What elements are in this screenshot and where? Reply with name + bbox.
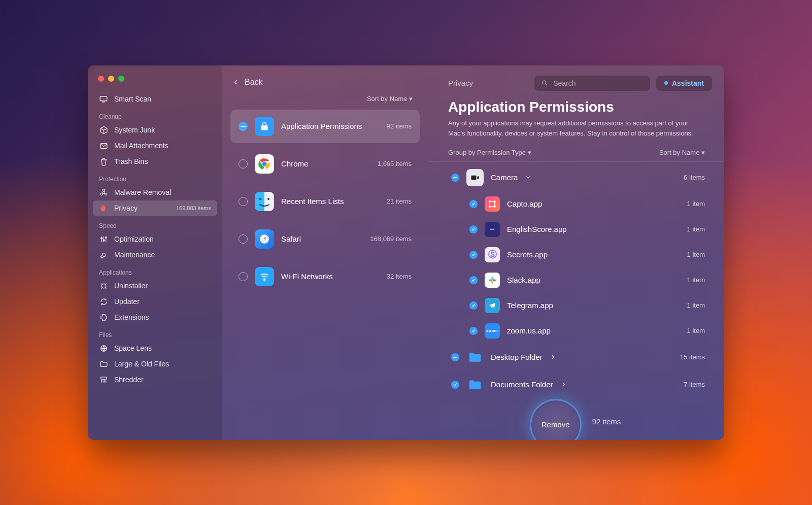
sidebar-malware-removal[interactable]: Malware Removal (93, 185, 217, 200)
checkbox-partial-icon[interactable] (451, 174, 459, 182)
chevron-right-icon[interactable] (550, 354, 561, 360)
item-secrets[interactable]: ⓈSecrets.app1 item (448, 242, 711, 267)
back-button[interactable]: Back (227, 73, 423, 92)
sidebar-optimization[interactable]: Optimization (93, 231, 217, 247)
group-documents-folder[interactable]: Documents Folder 7 items (448, 371, 711, 398)
source-recent-items[interactable]: Recent Items Lists 21 items (230, 185, 420, 218)
app-icon: Ⓢ (485, 247, 500, 262)
item-count: 1 item (687, 301, 705, 309)
sidebar-item-label: Updater (114, 297, 140, 306)
chevron-down-icon[interactable] (525, 174, 536, 181)
checkbox-partial-icon[interactable] (451, 353, 459, 361)
item-count: 1 item (687, 225, 705, 233)
sidebar-section-files: Files (93, 325, 217, 341)
item-telegram[interactable]: Telegram.app1 item (448, 293, 711, 318)
radio-icon[interactable] (239, 159, 248, 169)
svg-rect-22 (492, 281, 493, 284)
back-label: Back (245, 78, 263, 87)
svg-rect-19 (490, 201, 494, 206)
sidebar-maintenance[interactable]: Maintenance (93, 247, 217, 263)
source-label: Application Permissions (281, 122, 362, 130)
svg-point-2 (103, 191, 105, 193)
checkbox-checked-icon[interactable] (469, 200, 478, 208)
item-capto[interactable]: Capto.app1 item (448, 191, 711, 217)
sidebar-space-lens[interactable]: Space Lens (93, 341, 217, 356)
app-icon: ≡≡ (485, 222, 500, 237)
page-title: Application Permissions (448, 99, 704, 115)
radio-icon[interactable] (239, 197, 248, 206)
sidebar-mail-attachments[interactable]: Mail Attachments (93, 138, 217, 154)
sidebar-extensions[interactable]: Extensions (93, 310, 217, 325)
source-wifi[interactable]: Wi-Fi Networks 32 items (230, 260, 420, 293)
minimize-window-button[interactable] (108, 76, 114, 82)
source-label: Recent Items Lists (281, 197, 344, 206)
sidebar-system-junk[interactable]: System Junk (93, 122, 217, 138)
radio-partial-icon[interactable] (239, 122, 248, 131)
shredder-icon (99, 376, 108, 384)
remove-button[interactable]: Remove (531, 400, 580, 440)
checkbox-checked-icon[interactable] (469, 301, 478, 310)
group-count: 6 items (684, 174, 705, 181)
radio-icon[interactable] (239, 272, 248, 281)
sidebar-privacy[interactable]: Privacy169,883 items (93, 200, 217, 216)
group-count: 15 items (680, 353, 705, 361)
sidebar-item-label: Smart Scan (114, 95, 151, 103)
folder-icon (466, 376, 484, 393)
folder-icon (99, 360, 108, 368)
item-slack[interactable]: Slack.app1 item (448, 267, 711, 293)
permission-list: Camera 6 items Capto.app1 item ≡≡English… (428, 162, 724, 440)
checkbox-checked-icon[interactable] (469, 251, 478, 259)
source-app-permissions[interactable]: Application Permissions 92 items (230, 110, 420, 143)
svg-point-6 (100, 237, 102, 239)
item-zoom[interactable]: zoomzoom.us.app1 item (448, 318, 711, 344)
footer-count: 92 items (592, 417, 621, 426)
sidebar-item-label: Mail Attachments (114, 142, 168, 150)
finder-icon (255, 192, 274, 211)
svg-point-3 (103, 189, 105, 191)
group-by-menu[interactable]: Group by Permission Type ▾ (448, 149, 531, 156)
sidebar-section-applications: Applications (93, 263, 217, 278)
item-englishscore[interactable]: ≡≡EnglishScore.app1 item (448, 217, 711, 242)
svg-rect-21 (489, 279, 492, 281)
sidebar-smart-scan[interactable]: Smart Scan (93, 91, 217, 107)
sidebar-item-label: Extensions (114, 313, 149, 321)
trash-icon (99, 157, 108, 166)
safari-icon (255, 229, 274, 249)
sidebar-trash-bins[interactable]: Trash Bins (93, 154, 217, 170)
source-label: Wi-Fi Networks (281, 272, 333, 281)
item-name: EnglishScore.app (507, 225, 567, 233)
middle-sort-menu[interactable]: Sort by Name ▾ (227, 92, 423, 108)
group-camera[interactable]: Camera 6 items (448, 164, 711, 191)
app-window: Smart Scan Cleanup System Junk Mail Atta… (88, 65, 724, 440)
group-desktop-folder[interactable]: Desktop Folder 15 items (448, 344, 711, 371)
search-icon (542, 79, 548, 87)
breadcrumb[interactable]: Privacy (448, 79, 528, 87)
sidebar-shredder[interactable]: Shredder (93, 372, 217, 388)
chevron-right-icon[interactable] (560, 381, 571, 388)
search-field[interactable] (534, 76, 650, 91)
assistant-button[interactable]: Assistant (656, 76, 712, 91)
checkbox-checked-icon[interactable] (469, 276, 478, 284)
close-window-button[interactable] (98, 76, 104, 82)
item-count: 1 item (687, 327, 705, 334)
item-count: 1 item (687, 200, 705, 208)
assistant-label: Assistant (672, 79, 704, 87)
radio-icon[interactable] (239, 234, 248, 244)
checkbox-checked-icon[interactable] (451, 381, 459, 389)
sidebar-uninstaller[interactable]: Uninstaller (93, 278, 217, 294)
search-input[interactable] (553, 79, 643, 87)
sidebar-item-label: Maintenance (114, 251, 155, 259)
checkbox-checked-icon[interactable] (469, 225, 478, 233)
sidebar-large-old[interactable]: Large & Old Files (93, 356, 217, 372)
hand-icon (99, 204, 108, 213)
sort-by-menu[interactable]: Sort by Name ▾ (659, 149, 705, 156)
svg-point-8 (105, 237, 107, 238)
zoom-window-button[interactable] (118, 76, 124, 82)
source-chrome[interactable]: Chrome 1,665 items (230, 147, 420, 181)
svg-rect-0 (100, 96, 107, 100)
lock-shield-icon (255, 117, 274, 136)
item-count: 1 item (687, 276, 705, 284)
source-safari[interactable]: Safari 168,069 items (230, 222, 420, 256)
checkbox-checked-icon[interactable] (469, 327, 478, 335)
sidebar-updater[interactable]: Updater (93, 294, 217, 310)
